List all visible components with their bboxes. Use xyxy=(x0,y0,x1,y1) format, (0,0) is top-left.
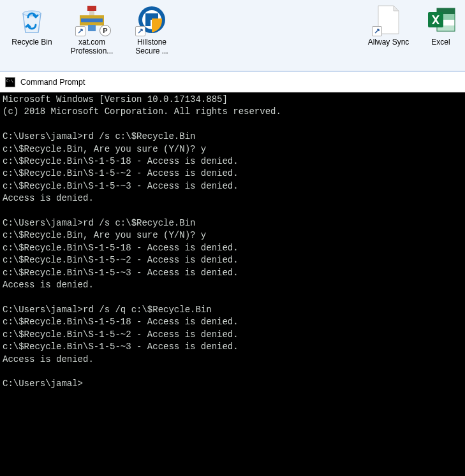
p-badge-icon: P xyxy=(100,25,111,36)
shortcut-arrow-icon xyxy=(75,26,85,36)
window-title: Command Prompt xyxy=(20,78,85,87)
svg-rect-4 xyxy=(80,16,103,18)
shortcut-arrow-icon xyxy=(135,26,145,36)
icon-label: Excel xyxy=(431,38,450,47)
command-prompt-window: Command Prompt Microsoft Windows [Versio… xyxy=(0,71,465,476)
recycle-bin-icon xyxy=(17,4,47,35)
desktop-icon-excel[interactable]: Excel xyxy=(418,3,463,71)
xat-icon: P xyxy=(77,4,107,35)
icon-label: Recycle Bin xyxy=(11,38,52,47)
svg-rect-5 xyxy=(80,22,103,25)
desktop-icon-hillstone[interactable]: Hillstone Secure ... xyxy=(122,3,182,71)
icon-label: Allway Sync xyxy=(368,38,410,47)
svg-rect-6 xyxy=(88,25,96,31)
desktop-icon-xat[interactable]: P xat.com Profession... xyxy=(62,3,122,71)
svg-rect-2 xyxy=(89,11,94,16)
command-prompt-icon xyxy=(5,77,15,87)
hillstone-icon xyxy=(137,4,167,35)
desktop: Recycle Bin P xat.com Profession... xyxy=(0,0,465,71)
blank-file-icon xyxy=(373,4,404,35)
command-prompt-body[interactable]: Microsoft Windows [Version 10.0.17134.88… xyxy=(0,92,465,476)
icon-label: Hillstone Secure ... xyxy=(124,38,179,55)
desktop-icon-allway-sync[interactable]: Allway Sync xyxy=(358,3,418,71)
svg-rect-1 xyxy=(87,6,96,11)
command-prompt-titlebar[interactable]: Command Prompt xyxy=(0,72,465,92)
desktop-icon-recycle-bin[interactable]: Recycle Bin xyxy=(2,3,62,71)
icon-label: xat.com Profession... xyxy=(64,38,119,55)
excel-icon xyxy=(425,4,456,35)
shortcut-arrow-icon xyxy=(372,26,382,36)
